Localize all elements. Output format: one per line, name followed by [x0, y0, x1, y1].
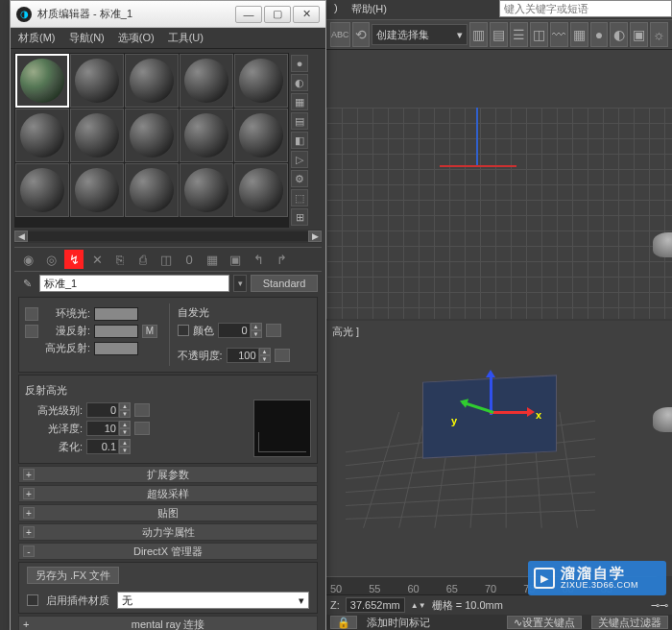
options-icon[interactable]: ⚙	[291, 170, 308, 187]
curve-editor-icon[interactable]: 〰	[550, 22, 568, 47]
expand-icon[interactable]: +	[23, 526, 35, 538]
save-fx-button[interactable]: 另存为 .FX 文件	[27, 567, 119, 584]
spin-down-icon[interactable]: ▼	[251, 330, 262, 338]
material-slot[interactable]	[234, 54, 288, 108]
go-parent-icon[interactable]: ↰	[249, 250, 268, 269]
material-editor-icon[interactable]: ●	[590, 22, 609, 47]
opacity-map-button[interactable]	[275, 349, 290, 362]
material-slot[interactable]	[15, 163, 69, 217]
make-unique-icon[interactable]: ⎙	[133, 250, 153, 269]
spin-down-icon[interactable]: ▼	[119, 447, 131, 454]
material-map-nav-icon[interactable]: ⊞	[291, 208, 308, 226]
lock-icon[interactable]: 🔒	[330, 616, 357, 629]
name-dropdown-icon[interactable]: ▾	[233, 275, 247, 292]
opacity-input[interactable]	[227, 348, 259, 363]
render-setup-icon[interactable]: ◐	[610, 22, 628, 47]
link-icon[interactable]: ⟲	[352, 22, 371, 47]
spin-up-icon[interactable]: ▲	[119, 421, 131, 428]
gloss-input[interactable]	[86, 421, 119, 436]
material-slot[interactable]	[180, 109, 233, 162]
menu-help[interactable]: )	[334, 2, 338, 17]
ambient-lock-icon[interactable]	[25, 307, 38, 321]
key-filter-button[interactable]: 关键点过滤器	[591, 616, 668, 629]
spin-up-icon[interactable]: ▲	[119, 439, 131, 447]
collapse-icon[interactable]: -	[23, 545, 35, 557]
material-slot[interactable]	[125, 163, 179, 217]
keyword-search-input[interactable]	[499, 0, 672, 17]
material-slot[interactable]	[125, 109, 179, 162]
video-check-icon[interactable]: ◧	[291, 132, 308, 149]
viewport-top[interactable]	[326, 50, 672, 319]
self-illum-input[interactable]	[218, 323, 251, 338]
backlight-icon[interactable]: ◐	[291, 74, 308, 91]
key-slider-icon[interactable]: ⊸⊸	[651, 599, 668, 612]
menu-navigation[interactable]: 导航(N)	[69, 31, 105, 45]
self-illum-map-button[interactable]	[266, 324, 281, 337]
soften-input[interactable]	[86, 439, 119, 454]
eyedropper-icon[interactable]: ✎	[18, 275, 36, 292]
plugin-dropdown[interactable]: 无 ▾	[117, 592, 309, 609]
gloss-spinner[interactable]: ▲▼	[86, 421, 131, 436]
mirror-icon[interactable]: ▥	[469, 22, 488, 47]
diffuse-map-button[interactable]: M	[142, 325, 157, 338]
expand-icon[interactable]: +	[23, 469, 35, 480]
spin-down-icon[interactable]: ▼	[119, 410, 131, 418]
sample-type-icon[interactable]: ●	[291, 55, 308, 72]
put-to-scene-icon[interactable]: ◎	[41, 250, 60, 269]
spec-level-map-button[interactable]	[134, 403, 150, 417]
material-slot[interactable]	[234, 163, 288, 217]
menu-options[interactable]: 选项(O)	[118, 31, 155, 45]
material-slot[interactable]	[70, 54, 124, 108]
make-copy-icon[interactable]: ⎘	[110, 250, 130, 269]
diffuse-lock-icon[interactable]	[25, 325, 38, 338]
get-material-icon[interactable]: ◉	[18, 250, 37, 269]
material-type-button[interactable]: Standard	[251, 275, 318, 292]
maximize-button[interactable]: ▢	[264, 6, 291, 23]
rollout-maps[interactable]: + 贴图	[18, 504, 318, 521]
gizmo-x-axis-icon[interactable]	[490, 411, 532, 414]
render-icon[interactable]: ☼	[650, 22, 668, 47]
selection-set-dropdown[interactable]: 创建选择集 ▾	[372, 24, 468, 45]
background-icon[interactable]: ▦	[291, 93, 308, 110]
render-frame-icon[interactable]: ▣	[630, 22, 648, 47]
material-id-icon[interactable]: 0	[180, 250, 199, 269]
titlebar[interactable]: ◑ 材质编辑器 - 标准_1 — ▢ ✕	[11, 1, 325, 28]
ambient-color-swatch[interactable]	[94, 307, 138, 321]
select-by-material-icon[interactable]: ⬚	[291, 189, 308, 206]
rollout-supersampling[interactable]: + 超级采样	[18, 485, 318, 502]
material-slot[interactable]	[234, 109, 288, 162]
material-slot[interactable]	[70, 163, 124, 217]
spec-level-spinner[interactable]: ▲▼	[86, 402, 131, 418]
spin-up-icon[interactable]: ▲	[259, 348, 271, 355]
expand-icon[interactable]: +	[23, 618, 29, 630]
diffuse-color-swatch[interactable]	[94, 325, 138, 338]
viewport-perspective[interactable]: 高光 ] x y	[326, 321, 672, 576]
enable-plugin-checkbox[interactable]	[27, 594, 38, 606]
spin-down-icon[interactable]: ▼	[119, 428, 131, 436]
scroll-left-icon[interactable]: ◀	[14, 230, 28, 242]
color-checkbox[interactable]	[178, 325, 189, 336]
material-slot[interactable]	[180, 163, 233, 217]
teapot-object[interactable]	[653, 232, 672, 257]
soften-spinner[interactable]: ▲▼	[86, 439, 131, 454]
show-map-icon[interactable]: ▦	[203, 250, 222, 269]
minimize-button[interactable]: —	[235, 6, 262, 23]
make-preview-icon[interactable]: ▷	[291, 151, 308, 168]
show-end-result-icon[interactable]: ▣	[226, 250, 245, 269]
menu-material[interactable]: 材质(M)	[18, 31, 56, 45]
gizmo-z-axis-icon[interactable]	[490, 373, 492, 415]
z-coord-input[interactable]: 37.652mm	[346, 597, 405, 613]
abc-icon[interactable]: ABC	[330, 22, 350, 47]
rollout-dynamics[interactable]: + 动力学属性	[18, 523, 318, 541]
menu-tools[interactable]: 工具(U)	[168, 31, 204, 45]
scroll-right-icon[interactable]: ▶	[308, 230, 322, 242]
layers-icon[interactable]: ☰	[510, 22, 528, 47]
align-icon[interactable]: ▤	[490, 22, 508, 47]
self-illum-spinner[interactable]: ▲▼	[218, 323, 262, 338]
gloss-map-button[interactable]	[134, 422, 150, 435]
expand-icon[interactable]: +	[23, 488, 35, 499]
spec-level-input[interactable]	[86, 402, 119, 418]
spin-up-icon[interactable]: ▲	[119, 402, 131, 410]
spin-down-icon[interactable]: ▼	[259, 355, 271, 363]
specular-color-swatch[interactable]	[94, 342, 138, 355]
